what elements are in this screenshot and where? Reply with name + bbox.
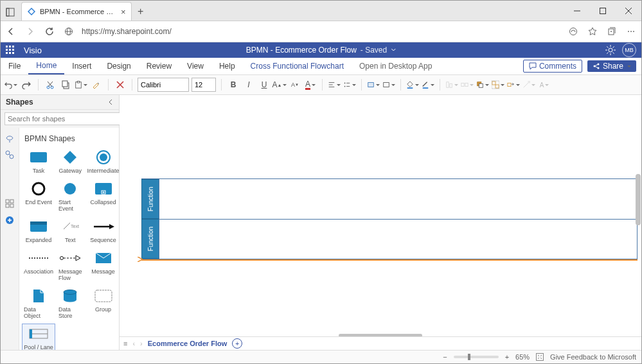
tab-design[interactable]: Design: [99, 58, 138, 74]
shape-expanded[interactable]: Expanded: [22, 216, 55, 245]
arrange-button[interactable]: [476, 78, 489, 91]
underline-button[interactable]: U: [258, 78, 271, 91]
tab-insert[interactable]: Insert: [64, 58, 99, 74]
address-bar[interactable]: https://my.sharepoint.com/: [82, 27, 560, 36]
shape-message[interactable]: Message: [85, 248, 119, 283]
format-painter-button[interactable]: [90, 78, 103, 91]
shape-task[interactable]: Task: [22, 147, 55, 176]
site-info-icon[interactable]: [62, 25, 75, 38]
shape-gateway[interactable]: Gateway: [57, 147, 84, 176]
shape-data-object[interactable]: Data Object: [22, 286, 55, 321]
zoom-slider[interactable]: [454, 356, 499, 358]
shape-sequence[interactable]: Sequence: [85, 216, 119, 245]
italic-button[interactable]: I: [242, 78, 255, 91]
open-in-desktop-button[interactable]: Open in Desktop App: [352, 58, 440, 74]
collections-icon[interactable]: [605, 25, 618, 38]
zoom-level[interactable]: 65%: [515, 353, 530, 361]
nav-forward-button[interactable]: [24, 25, 37, 38]
tab-file[interactable]: File: [1, 58, 28, 74]
stencil-more-icon[interactable]: [4, 198, 15, 209]
font-color-button[interactable]: A: [304, 78, 317, 91]
bullets-button[interactable]: [343, 78, 356, 91]
drawing-canvas[interactable]: Function Function ≡ ‹ › Ecommerce Ord: [120, 95, 641, 350]
shape-pool-lane[interactable]: Pool / Lane: [22, 324, 55, 350]
cut-button[interactable]: [44, 78, 57, 91]
line-color-button[interactable]: [422, 78, 434, 91]
reload-button[interactable]: [43, 25, 56, 38]
font-size-select[interactable]: [192, 78, 216, 92]
tab-cross-functional-flowchart[interactable]: Cross Functional Flowchart: [243, 58, 352, 74]
shape-style-button[interactable]: [367, 78, 380, 91]
shape-group[interactable]: Group: [85, 286, 119, 321]
redo-button[interactable]: [20, 78, 33, 91]
svg-marker-83: [64, 151, 76, 164]
document-title[interactable]: BPMN - Ecommerce Order Flow - Saved: [246, 46, 396, 55]
tab-close-icon[interactable]: ×: [121, 7, 126, 17]
sheet-tab[interactable]: Ecommerce Order Flow: [148, 340, 227, 347]
font-shrink-button[interactable]: A▼: [289, 78, 301, 91]
stencil-icons-icon[interactable]: [4, 150, 15, 160]
tabs-overview-icon[interactable]: [1, 8, 20, 21]
svg-rect-20: [12, 49, 14, 51]
shape-fill-button[interactable]: [406, 78, 419, 91]
shape-message-flow[interactable]: Message Flow: [57, 248, 84, 283]
undo-button[interactable]: [4, 78, 17, 91]
svg-rect-18: [6, 49, 8, 51]
sheet-prev-icon[interactable]: ‹: [132, 340, 135, 347]
app-launcher-icon[interactable]: [1, 46, 20, 55]
fit-page-icon[interactable]: [536, 353, 544, 361]
stencil-add-icon[interactable]: [4, 215, 15, 225]
svg-text:Text: Text: [71, 224, 79, 229]
tab-review[interactable]: Review: [139, 58, 179, 74]
favorites-icon[interactable]: [586, 25, 599, 38]
group-button[interactable]: [492, 78, 504, 91]
swimlane-pool[interactable]: Function Function: [141, 178, 638, 259]
lane-body-1[interactable]: [159, 179, 637, 220]
sheet-list-icon[interactable]: ≡: [123, 340, 127, 347]
zoom-out-button[interactable]: −: [443, 353, 447, 361]
delete-button[interactable]: [114, 78, 127, 91]
tab-help[interactable]: Help: [211, 58, 243, 74]
window-close-button[interactable]: [616, 1, 641, 21]
tracking-icon[interactable]: [567, 25, 580, 38]
browser-menu-icon[interactable]: ⋯: [625, 25, 638, 38]
change-shape-button[interactable]: [507, 78, 520, 91]
font-family-select[interactable]: [138, 78, 189, 92]
collapse-panel-icon[interactable]: [107, 99, 114, 105]
font-grow-button[interactable]: A▲: [273, 78, 286, 91]
shape-intermediate[interactable]: Intermediate: [85, 147, 119, 176]
lane-header-2[interactable]: Function: [141, 219, 159, 259]
settings-gear-icon[interactable]: [605, 45, 616, 55]
sheet-next-icon[interactable]: ›: [140, 340, 143, 347]
shape-text[interactable]: TextText: [57, 216, 84, 245]
add-sheet-button[interactable]: +: [232, 338, 242, 349]
stencil-shapes-icon[interactable]: [4, 133, 15, 143]
vertical-scrollbar[interactable]: [635, 97, 641, 324]
lane-body-2[interactable]: [159, 220, 637, 259]
share-button[interactable]: Share: [587, 60, 636, 72]
user-avatar[interactable]: MB: [622, 43, 636, 57]
window-maximize-button[interactable]: [590, 1, 616, 21]
shape-collapsed[interactable]: Collapsed: [85, 178, 119, 214]
shape-start-event[interactable]: Start Event: [57, 178, 84, 214]
tab-view[interactable]: View: [179, 58, 211, 74]
shape-style2-button[interactable]: [382, 78, 395, 91]
tab-home[interactable]: Home: [28, 58, 64, 74]
bold-button[interactable]: B: [227, 78, 240, 91]
lane-header-1[interactable]: Function: [141, 179, 159, 219]
svg-marker-96: [109, 224, 114, 229]
zoom-in-button[interactable]: +: [505, 353, 509, 361]
nav-back-button[interactable]: [4, 25, 17, 38]
shape-data-store[interactable]: Data Store: [57, 286, 84, 321]
comments-button[interactable]: Comments: [523, 60, 582, 73]
browser-tab[interactable]: BPMN - Ecommerce Order Flow… ×: [21, 2, 132, 21]
window-minimize-button[interactable]: [564, 1, 590, 21]
copy-button[interactable]: [59, 78, 72, 91]
paste-button[interactable]: [75, 78, 87, 91]
shape-end-event[interactable]: End Event: [22, 178, 55, 214]
new-tab-button[interactable]: +: [132, 3, 150, 21]
feedback-link[interactable]: Give Feedback to Microsoft: [550, 353, 636, 361]
shapes-search-input[interactable]: [4, 112, 121, 125]
align-button[interactable]: [328, 78, 341, 91]
shape-association[interactable]: Association: [22, 248, 55, 283]
